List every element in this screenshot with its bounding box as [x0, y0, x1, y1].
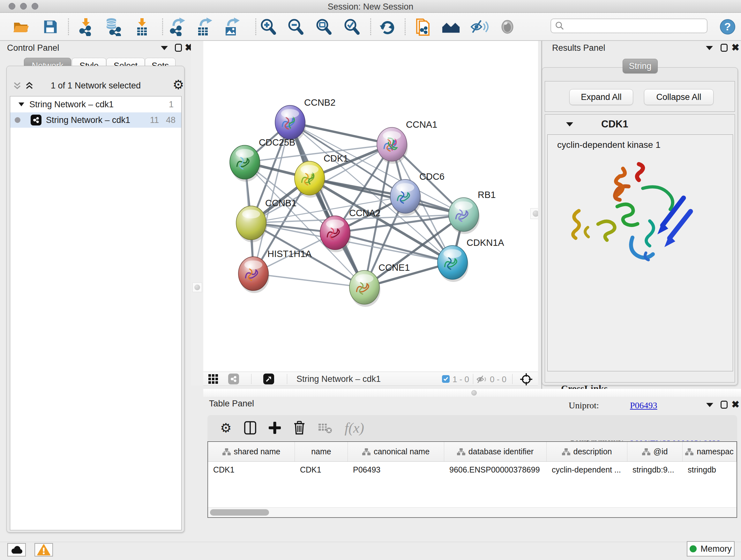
column-header-canonical-name[interactable]: canonical name	[348, 442, 444, 461]
detach-view-icon[interactable]	[263, 374, 274, 384]
network-tab-panel: 1 of 1 Network selected ⚙ String Network…	[6, 66, 185, 533]
toolbar-search[interactable]	[550, 18, 708, 33]
cloud-icon	[10, 545, 23, 554]
column-header-namespac[interactable]: namespac	[683, 442, 737, 461]
collapse-panel-icon[interactable]	[706, 403, 713, 407]
node-label-HIST1H1A: HIST1H1A	[267, 249, 312, 259]
toolbar-separator	[370, 18, 371, 35]
zoom-fit-button[interactable]	[314, 17, 333, 37]
show-columns-icon[interactable]	[244, 421, 257, 435]
control-panel-title: Control Panel	[7, 43, 59, 53]
import-network-database-button[interactable]	[104, 17, 123, 37]
toolbar-separator	[255, 18, 256, 35]
collapse-panel-icon[interactable]	[161, 46, 168, 50]
import-table-button[interactable]	[132, 17, 151, 37]
table-cell[interactable]: 9606.ENSP00000378699	[444, 462, 547, 478]
close-panel-icon[interactable]: ✖	[731, 400, 739, 409]
string-home-button[interactable]	[442, 17, 461, 37]
node-label-CCNA2: CCNA2	[349, 208, 381, 218]
node-HIST1H1A[interactable]: HIST1H1A	[239, 249, 312, 293]
toolbar-separator	[162, 18, 163, 35]
network-options-gear-icon[interactable]: ⚙	[173, 78, 184, 91]
search-input[interactable]	[567, 21, 701, 31]
collapse-panel-icon[interactable]	[706, 46, 713, 50]
network-selection-status: 1 of 1 Network selected	[7, 81, 185, 91]
node-RB1[interactable]: RB1	[449, 190, 495, 234]
zoom-in-button[interactable]	[259, 17, 278, 37]
export-network-button[interactable]	[168, 17, 187, 37]
grid-view-icon[interactable]	[208, 374, 218, 384]
table-cell[interactable]: CDK1	[208, 462, 295, 478]
clone-network-button[interactable]	[414, 17, 433, 37]
namespace-icon	[685, 448, 693, 455]
zoom-selected-button[interactable]	[342, 17, 361, 37]
network-canvas[interactable]: CCNB2CCNA1CDC25BCDK1CDC6RB1CCNB1CCNA2CDK…	[203, 41, 538, 372]
save-session-button[interactable]	[41, 17, 60, 37]
hide-glass-effect-button[interactable]	[470, 17, 489, 37]
collapse-entry-icon[interactable]	[566, 122, 573, 126]
expand-collection-icon[interactable]	[18, 103, 24, 106]
table-cell[interactable]: P06493	[348, 462, 444, 478]
table-cell[interactable]: cyclin-dependent ...	[547, 462, 627, 478]
memory-button[interactable]: Memory	[687, 541, 735, 557]
node-CCNB1[interactable]: CCNB1	[236, 198, 296, 242]
warning-status-button[interactable]	[35, 543, 53, 557]
cdk1-result-header[interactable]: CDK1	[545, 115, 735, 134]
column-header-shared-name[interactable]: shared name	[208, 442, 295, 461]
birdseye-toggle-icon[interactable]	[520, 373, 533, 386]
delete-column-icon[interactable]	[293, 421, 306, 435]
refresh-button[interactable]	[378, 17, 397, 37]
left-splitter[interactable]	[191, 41, 203, 386]
node-CDKN1A[interactable]: CDKN1A	[437, 238, 504, 282]
hidden-count: 0 - 0	[490, 374, 507, 384]
float-panel-icon[interactable]	[721, 401, 728, 409]
float-panel-icon[interactable]	[721, 44, 728, 52]
column-header-description[interactable]: description	[547, 442, 627, 461]
table-cell[interactable]: stringdb:9...	[627, 462, 683, 478]
table-cell[interactable]: CDK1	[295, 462, 348, 478]
tab-string-results[interactable]: String	[623, 59, 658, 73]
selected-checkbox-icon[interactable]	[442, 375, 450, 383]
edge-HIST1H1A-CCNE1[interactable]	[253, 273, 364, 287]
column-header--id[interactable]: @id	[627, 442, 683, 461]
node-CCNE1[interactable]: CCNE1	[349, 262, 410, 307]
cloud-status-button[interactable]	[7, 543, 26, 557]
table-cell[interactable]: stringdb	[683, 462, 737, 478]
table-body: CDK1CDK1P064939606.ENSP00000378699cyclin…	[208, 462, 737, 478]
collapse-all-button[interactable]: Collapse All	[644, 89, 714, 105]
toolbar-separator	[473, 374, 473, 384]
horizontal-splitter[interactable]	[203, 389, 741, 397]
node-label-CDK1: CDK1	[324, 153, 348, 164]
help-button[interactable]: ?	[718, 17, 737, 37]
table-hscrollbar[interactable]	[208, 507, 737, 517]
export-image-button[interactable]	[222, 17, 242, 37]
expand-all-button[interactable]: Expand All	[569, 89, 633, 105]
add-column-icon[interactable]	[269, 422, 281, 434]
import-network-file-button[interactable]	[77, 17, 96, 37]
table-options-gear-icon[interactable]: ⚙	[220, 422, 232, 434]
table-row[interactable]: CDK1CDK1P064939606.ENSP00000378699cyclin…	[208, 462, 737, 478]
splitter-handle[interactable]	[471, 390, 477, 395]
string-view-icon[interactable]	[228, 374, 239, 384]
network-tree: String Network – cdk1 1 String Network –…	[10, 96, 182, 530]
table-hscrollbar-thumb[interactable]	[210, 509, 269, 516]
export-table-button[interactable]	[195, 17, 214, 37]
node-table: shared namenamecanonical namedatabase id…	[207, 441, 737, 518]
network-node-count: 11	[150, 115, 159, 125]
collection-count: 1	[169, 100, 174, 110]
close-panel-icon[interactable]: ✖	[731, 43, 739, 52]
namespace-icon	[362, 448, 370, 455]
network-collection-row[interactable]: String Network – cdk1 1	[10, 97, 181, 112]
open-session-button[interactable]	[11, 17, 30, 37]
column-header-database-identifier[interactable]: database identifier	[444, 442, 547, 461]
network-row-selected[interactable]: String Network – cdk1 11 48	[10, 112, 181, 128]
table-toolbar: ⚙ f(x)	[207, 415, 737, 441]
node-CCNA1[interactable]: CCNA1	[377, 119, 437, 164]
column-header-name[interactable]: name	[295, 442, 348, 461]
float-panel-icon[interactable]	[175, 44, 182, 52]
network-edge-count: 48	[166, 115, 176, 125]
table-panel-title: Table Panel	[209, 399, 254, 409]
namespace-icon	[222, 448, 231, 455]
left-splitter-handle[interactable]	[192, 283, 202, 292]
zoom-out-button[interactable]	[286, 17, 305, 37]
